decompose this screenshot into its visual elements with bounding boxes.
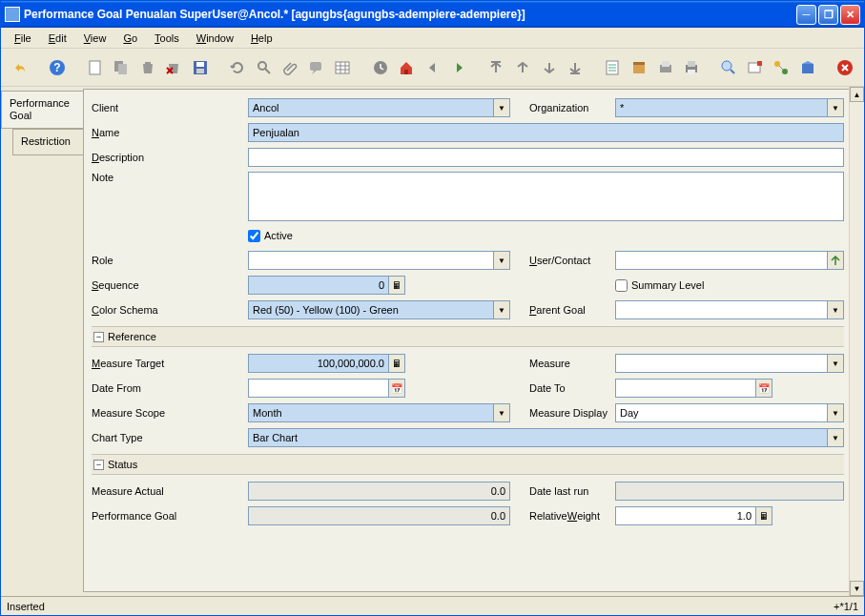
- measuretarget-field[interactable]: 🖩: [248, 354, 405, 373]
- print-icon[interactable]: [680, 56, 703, 79]
- find-icon[interactable]: [253, 56, 276, 79]
- measuredisplay-field[interactable]: ▼: [615, 403, 844, 422]
- chevron-down-icon[interactable]: ▼: [493, 251, 510, 270]
- menu-window[interactable]: Window: [191, 31, 239, 46]
- menu-go[interactable]: Go: [117, 31, 143, 46]
- chevron-down-icon[interactable]: ▼: [493, 403, 510, 422]
- relativeweight-field[interactable]: 🖩: [615, 506, 772, 525]
- last-icon[interactable]: [564, 56, 587, 79]
- calculator-icon[interactable]: 🖩: [388, 354, 405, 373]
- workflow-icon[interactable]: [771, 56, 793, 79]
- collapse-icon[interactable]: −: [93, 460, 104, 470]
- sequence-input[interactable]: [248, 276, 388, 295]
- deleteselect-icon[interactable]: [162, 56, 185, 79]
- scroll-down-icon[interactable]: ▼: [850, 581, 864, 596]
- first-icon[interactable]: [485, 56, 508, 79]
- organization-field[interactable]: ▼: [615, 98, 844, 117]
- menu-view[interactable]: View: [78, 31, 113, 46]
- menu-help[interactable]: Help: [245, 31, 278, 46]
- tab-restriction[interactable]: Restriction: [12, 129, 83, 154]
- datefrom-input[interactable]: [248, 379, 388, 398]
- close-button[interactable]: ✕: [840, 5, 860, 25]
- refresh-icon[interactable]: [226, 56, 249, 79]
- client-field[interactable]: ▼: [248, 98, 510, 117]
- vertical-scrollbar[interactable]: ▲ ▼: [849, 87, 864, 596]
- calendar-icon[interactable]: 📅: [755, 379, 772, 398]
- lookup-icon[interactable]: [827, 251, 844, 270]
- home-icon[interactable]: [395, 56, 418, 79]
- chevron-down-icon[interactable]: ▼: [827, 98, 844, 117]
- chevron-down-icon[interactable]: ▼: [827, 354, 844, 373]
- charttype-field[interactable]: ▼: [248, 428, 844, 447]
- save-icon[interactable]: [189, 56, 212, 79]
- product-icon[interactable]: [796, 56, 819, 79]
- usercontact-input[interactable]: [615, 251, 827, 270]
- svg-rect-29: [662, 61, 669, 67]
- calculator-icon[interactable]: 🖩: [388, 276, 405, 295]
- printpreview-icon[interactable]: [654, 56, 677, 79]
- description-input[interactable]: [248, 148, 844, 167]
- chevron-down-icon[interactable]: ▼: [493, 98, 510, 117]
- menu-tools[interactable]: Tools: [149, 31, 185, 46]
- role-field[interactable]: ▼: [248, 251, 510, 270]
- chevron-down-icon[interactable]: ▼: [493, 300, 510, 319]
- note-input[interactable]: [248, 172, 844, 221]
- label-usercontact: User/Contact: [529, 255, 615, 266]
- next-icon[interactable]: [538, 56, 561, 79]
- datelastrun-input: [615, 482, 844, 501]
- parentgoal-field[interactable]: ▼: [615, 300, 844, 319]
- role-input[interactable]: [248, 251, 493, 270]
- relativeweight-input[interactable]: [615, 506, 755, 525]
- measure-input[interactable]: [615, 354, 827, 373]
- new-icon[interactable]: [84, 56, 107, 79]
- archive-icon[interactable]: [628, 56, 650, 79]
- scroll-up-icon[interactable]: ▲: [850, 87, 864, 102]
- measuretarget-input[interactable]: [248, 354, 388, 373]
- delete-icon[interactable]: [136, 56, 159, 79]
- chevron-down-icon[interactable]: ▼: [827, 428, 844, 447]
- chevron-down-icon[interactable]: ▼: [827, 403, 844, 422]
- summarylevel-checkbox[interactable]: [615, 279, 628, 292]
- copy-icon[interactable]: [110, 56, 133, 79]
- scroll-track[interactable]: [850, 102, 864, 581]
- report-icon[interactable]: [602, 56, 625, 79]
- zoom-icon[interactable]: [718, 56, 741, 79]
- history-icon[interactable]: [369, 56, 392, 79]
- grid-icon[interactable]: [331, 56, 354, 79]
- calendar-icon[interactable]: 📅: [388, 379, 405, 398]
- menu-edit[interactable]: Edit: [43, 31, 72, 46]
- request-icon[interactable]: [744, 56, 767, 79]
- chat-icon[interactable]: [305, 56, 328, 79]
- organization-input[interactable]: [615, 98, 827, 117]
- colorschema-input[interactable]: [248, 300, 493, 319]
- client-input[interactable]: [248, 98, 493, 117]
- sequence-field[interactable]: 🖩: [248, 276, 405, 295]
- minimize-button[interactable]: ─: [796, 5, 816, 25]
- parentgoal-input[interactable]: [615, 300, 827, 319]
- calculator-icon[interactable]: 🖩: [755, 506, 772, 525]
- attachment-icon[interactable]: [278, 56, 301, 79]
- forward-icon[interactable]: [447, 56, 470, 79]
- prev-icon[interactable]: [511, 56, 534, 79]
- measurescope-field[interactable]: ▼: [248, 403, 510, 422]
- maximize-button[interactable]: ❐: [818, 5, 838, 25]
- name-input[interactable]: [248, 123, 844, 142]
- menu-file[interactable]: File: [9, 31, 37, 46]
- active-checkbox[interactable]: [248, 230, 260, 242]
- back-icon[interactable]: [422, 56, 444, 79]
- chevron-down-icon[interactable]: ▼: [827, 300, 844, 319]
- help-icon[interactable]: ?: [46, 56, 69, 79]
- undo-icon[interactable]: [9, 56, 31, 79]
- usercontact-field[interactable]: [615, 251, 844, 270]
- measurescope-input[interactable]: [248, 403, 493, 422]
- charttype-input[interactable]: [248, 428, 827, 447]
- datefrom-field[interactable]: 📅: [248, 379, 405, 398]
- exit-icon[interactable]: [834, 56, 857, 79]
- dateto-input[interactable]: [615, 379, 755, 398]
- tab-performance-goal[interactable]: Performance Goal: [1, 91, 83, 129]
- measure-field[interactable]: ▼: [615, 354, 844, 373]
- colorschema-field[interactable]: ▼: [248, 300, 510, 319]
- measuredisplay-input[interactable]: [615, 403, 827, 422]
- dateto-field[interactable]: 📅: [615, 379, 772, 398]
- collapse-icon[interactable]: −: [93, 332, 104, 342]
